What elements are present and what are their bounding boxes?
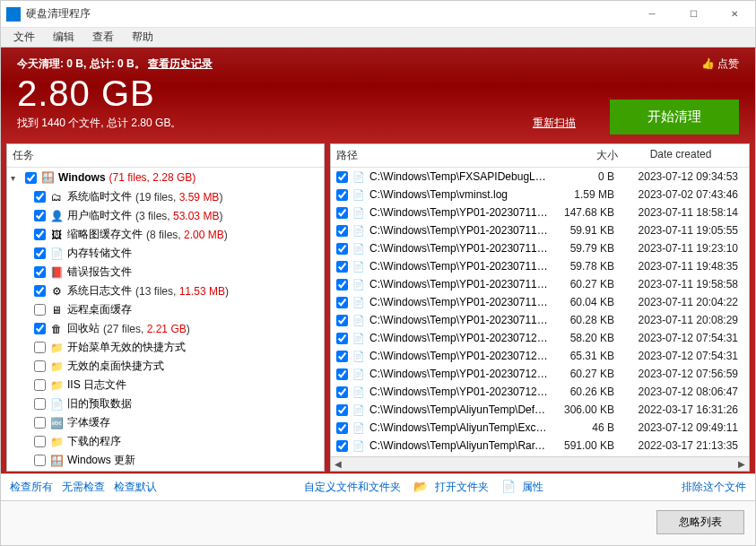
ignore-list-button[interactable]: 忽略列表 [656,510,744,534]
rescan-link[interactable]: 重新扫描 [533,116,576,131]
file-row[interactable]: 📄 C:\Windows\Temp\FXSAPIDebugLogFile.txt… [331,168,749,186]
item-checkbox[interactable] [34,455,46,466]
custom-files-link[interactable]: 自定义文件和文件夹 [304,480,401,495]
menu-help[interactable]: 帮助 [123,28,162,47]
file-row[interactable]: 📄 C:\Windows\Temp\vminst.log 1.59 MB 202… [331,186,749,204]
file-checkbox[interactable] [336,279,348,290]
file-row[interactable]: 📄 C:\Windows\Temp\YP01-20230711-1948.log… [331,257,749,275]
file-checkbox[interactable] [336,171,348,183]
file-checkbox[interactable] [336,207,348,219]
properties-link[interactable]: 📄 属性 [501,480,543,495]
menu-file[interactable]: 文件 [4,28,44,47]
file-checkbox[interactable] [336,315,348,326]
file-row[interactable]: 📄 C:\Windows\Temp\YP01-20230712-0754.log… [331,329,749,347]
tree-item[interactable]: ⚙ 系统日志文件 (13 files, 11.53 MB) [7,282,324,300]
tree-item[interactable]: 📁 开始菜单无效的快捷方式 [7,338,324,357]
tree-item[interactable]: 📁 下载的程序 [7,432,324,451]
scroll-left-icon[interactable]: ◀ [331,457,345,471]
item-checkbox[interactable] [34,398,46,410]
check-all-link[interactable]: 检查所有 [10,480,53,495]
tree-item[interactable]: 👤 用户临时文件 (3 files, 53.03 MB) [7,206,324,225]
item-checkbox[interactable] [34,285,46,297]
tasks-tree[interactable]: ▾ 🪟 Windows (71 files, 2.28 GB) 🗂 系统临时文件… [7,168,324,471]
file-row[interactable]: 📄 C:\Windows\Temp\YP01-20230711-1923.log… [331,239,749,257]
open-folder-link[interactable]: 📂 打开文件夹 [413,480,488,495]
tree-item[interactable]: 🗑 回收站 (27 files, 2.21 GB) [7,319,324,338]
item-label: 旧的预取数据 [67,396,132,412]
item-checkbox[interactable] [34,210,46,221]
tree-item[interactable]: 🪟 Windows 更新 [7,451,324,470]
file-date: 2023-07-12 09:49:11 [618,421,743,434]
file-checkbox[interactable] [336,368,348,380]
menu-view[interactable]: 查看 [83,28,123,47]
col-size[interactable]: 大小 [555,148,618,163]
col-path[interactable]: 路径 [336,148,555,163]
chevron-down-icon[interactable]: ▾ [11,173,22,183]
file-checkbox[interactable] [336,333,348,344]
item-checkbox[interactable] [34,323,46,334]
start-clean-button[interactable]: 开始清理 [610,100,739,134]
tree-item[interactable]: 🖥 远程桌面缓存 [7,300,324,319]
exclude-file-link[interactable]: 排除这个文件 [682,480,746,495]
file-row[interactable]: 📄 C:\Windows\Temp\AliyunTemp\Default.SFX… [331,401,749,419]
tree-item[interactable]: 🖼 缩略图缓存文件 (8 files, 2.00 MB) [7,225,324,244]
scroll-right-icon[interactable]: ▶ [734,457,749,471]
menu-edit[interactable]: 编辑 [44,28,83,47]
tree-item[interactable]: 📄 旧的预取数据 [7,394,324,413]
item-checkbox[interactable] [34,266,46,278]
item-checkbox[interactable] [34,436,46,447]
file-checkbox[interactable] [336,297,348,308]
category-checkbox[interactable] [25,172,37,184]
item-checkbox[interactable] [34,229,46,240]
tree-item[interactable]: 📕 错误报告文件 [7,263,324,282]
file-checkbox[interactable] [336,440,348,452]
horizontal-scrollbar[interactable]: ◀ ▶ [331,456,749,471]
file-row[interactable]: 📄 C:\Windows\Temp\AliyunTemp\Rar.exe 591… [331,437,749,455]
item-checkbox[interactable] [34,191,46,203]
item-checkbox[interactable] [34,342,46,353]
file-checkbox[interactable] [336,422,348,434]
item-label: 远程桌面缓存 [67,302,132,317]
file-row[interactable]: 📄 C:\Windows\Temp\YP01-20230711-2004.log… [331,293,749,311]
file-row[interactable]: 📄 C:\Windows\Temp\YP01-20230711-1905.log… [331,221,749,239]
item-checkbox[interactable] [34,247,46,259]
file-checkbox[interactable] [336,261,348,273]
tree-item[interactable]: 📁 无效的桌面快捷方式 [7,357,324,376]
check-default-link[interactable]: 检查默认 [114,480,157,495]
file-row[interactable]: 📄 C:\Windows\Temp\YP01-20230711-1958.log… [331,275,749,293]
file-checkbox[interactable] [336,404,348,416]
maximize-button[interactable]: ☐ [673,1,714,28]
item-checkbox[interactable] [34,417,46,429]
scroll-track[interactable] [345,457,734,471]
history-link[interactable]: 查看历史记录 [148,57,213,70]
file-row[interactable]: 📄 C:\Windows\Temp\YP01-20230712-0754a...… [331,347,749,365]
like-button[interactable]: 点赞 [701,56,739,72]
file-date: 2023-07-11 20:08:29 [618,314,743,326]
tree-category-windows[interactable]: ▾ 🪟 Windows (71 files, 2.28 GB) [7,168,324,187]
tree-item[interactable]: 📄 内存转储文件 [7,244,324,263]
item-checkbox[interactable] [34,304,46,316]
close-button[interactable]: ✕ [714,1,755,28]
minimize-button[interactable]: ─ [631,1,673,28]
item-label: 缩略图缓存文件 [67,227,143,242]
file-checkbox[interactable] [336,189,348,201]
tree-item[interactable]: 🔤 字体缓存 [7,413,324,432]
file-row[interactable]: 📄 C:\Windows\Temp\YP01-20230712-0756.log… [331,365,749,383]
file-row[interactable]: 📄 C:\Windows\Temp\YP01-20230712-0806.log… [331,383,749,401]
file-row[interactable]: 📄 C:\Windows\Temp\YP01-20230711-2008.log… [331,311,749,329]
file-checkbox[interactable] [336,386,348,398]
tree-item[interactable]: 💿 Windows 安装程序临时文件 (1 files, 0 B) [7,470,324,471]
file-checkbox[interactable] [336,243,348,255]
file-checkbox[interactable] [336,351,348,362]
item-checkbox[interactable] [34,360,46,372]
file-row[interactable]: 📄 C:\Windows\Temp\AliyunTemp\ExcludeNa..… [331,419,749,437]
window-title: 硬盘清理程序 [26,6,631,22]
item-checkbox[interactable] [34,379,46,391]
file-row[interactable]: 📄 C:\Windows\Temp\YP01-20230711-1858.log… [331,204,749,221]
col-date[interactable]: Date created [618,148,743,163]
file-checkbox[interactable] [336,225,348,237]
tree-item[interactable]: 📁 IIS 日志文件 [7,376,324,394]
tree-item[interactable]: 🗂 系统临时文件 (19 files, 3.59 MB) [7,187,324,206]
files-list[interactable]: 📄 C:\Windows\Temp\FXSAPIDebugLogFile.txt… [331,168,749,456]
check-none-link[interactable]: 无需检查 [62,480,105,495]
